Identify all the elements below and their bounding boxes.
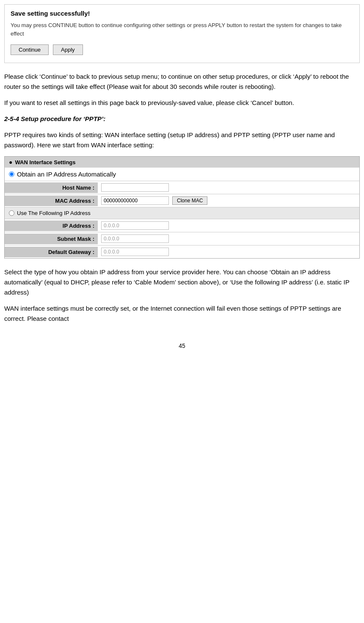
- use-following-row: Use The Following IP Address: [5, 207, 359, 219]
- obtain-auto-label: Obtain an IP Address Automatically: [17, 171, 116, 178]
- section-heading: 2-5-4 Setup procedure for ‘PPTP’:: [4, 114, 360, 124]
- continue-button[interactable]: Continue: [11, 44, 49, 55]
- default-gateway-value-cell: [98, 245, 359, 258]
- ip-address-label: IP Address :: [5, 221, 98, 231]
- save-settings-box: Save setting successfully! You may press…: [4, 4, 360, 63]
- default-gateway-row: Default Gateway :: [5, 245, 359, 258]
- save-message: You may press CONTINUE button to continu…: [11, 21, 353, 38]
- wan-header: ● WAN Interface Settings: [5, 157, 359, 168]
- page-number: 45: [0, 342, 364, 353]
- clone-mac-button[interactable]: Clone MAC: [172, 196, 207, 205]
- subnet-mask-row: Subnet Mask :: [5, 232, 359, 245]
- host-name-label: Host Name :: [5, 182, 98, 193]
- paragraph-2: If you want to reset all settings in thi…: [4, 98, 360, 108]
- subnet-mask-label: Subnet Mask :: [5, 234, 98, 244]
- mac-address-label: MAC Address :: [5, 196, 98, 206]
- paragraph-4: Select the type of how you obtain IP add…: [4, 267, 360, 298]
- mac-address-value-cell: Clone MAC: [98, 194, 359, 207]
- ip-address-value-cell: [98, 219, 359, 232]
- wan-header-bullet: ●: [9, 159, 12, 165]
- wan-interface-box: ● WAN Interface Settings Obtain an IP Ad…: [4, 156, 360, 259]
- subnet-mask-input[interactable]: [101, 234, 169, 243]
- mac-address-row: MAC Address : Clone MAC: [5, 194, 359, 207]
- button-row: Continue Apply: [11, 44, 353, 55]
- use-following-radio[interactable]: [9, 210, 14, 216]
- page-wrapper: Save setting successfully! You may press…: [0, 4, 364, 353]
- obtain-auto-row: Obtain an IP Address Automatically: [5, 168, 359, 181]
- subnet-mask-value-cell: [98, 232, 359, 245]
- paragraph-1: Please click ‘Continue’ to back to previ…: [4, 72, 360, 92]
- main-content: Please click ‘Continue’ to back to previ…: [0, 72, 364, 334]
- ip-address-row: IP Address :: [5, 219, 359, 232]
- save-title: Save setting successfully!: [11, 10, 353, 17]
- default-gateway-label: Default Gateway :: [5, 247, 98, 257]
- host-name-value-cell: [98, 181, 359, 194]
- host-name-input[interactable]: [101, 183, 169, 192]
- use-following-label: Use The Following IP Address: [17, 210, 91, 216]
- host-name-row: Host Name :: [5, 181, 359, 194]
- paragraph-5: WAN interface settings must be correctly…: [4, 303, 360, 324]
- default-gateway-input[interactable]: [101, 248, 169, 256]
- ip-address-input[interactable]: [101, 221, 169, 230]
- apply-button[interactable]: Apply: [53, 44, 83, 55]
- obtain-auto-radio[interactable]: [9, 171, 14, 177]
- mac-address-input[interactable]: [101, 196, 169, 205]
- wan-header-title: WAN Interface Settings: [15, 159, 75, 165]
- paragraph-3: PPTP requires two kinds of setting: WAN …: [4, 130, 360, 150]
